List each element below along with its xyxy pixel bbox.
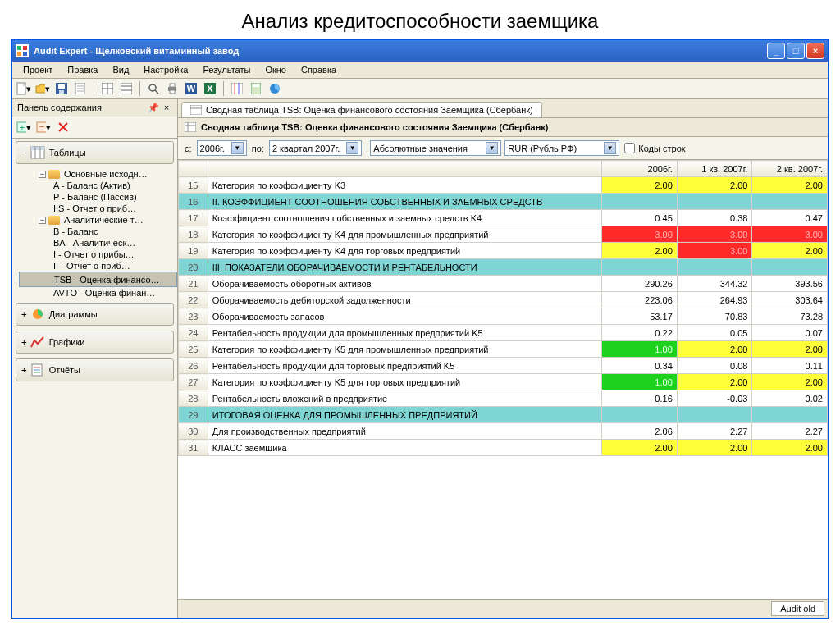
sidebar-header: Панель содержания 📌 × [12, 99, 177, 116]
section-diagrams-label: Диаграммы [49, 309, 98, 319]
table-row[interactable]: 15Категория по коэффициенту K32.002.002.… [179, 177, 828, 194]
app-icon [16, 44, 29, 57]
page-heading: Анализ кредитоспособности заемщика [0, 0, 840, 39]
svg-rect-1 [17, 46, 21, 50]
tree: −Основные исходн… A - Баланс (Актив) P -… [12, 167, 177, 300]
to-select[interactable]: 2 квартал 2007г.▼ [269, 140, 362, 156]
sidebar-title: Панель содержания [17, 103, 102, 112]
menu-settings[interactable]: Настройка [136, 63, 195, 76]
abs-select[interactable]: Абсолютные значения▼ [370, 140, 501, 156]
col-header[interactable]: 2 кв. 2007г. [752, 161, 828, 177]
table-row[interactable]: 19Категория по коэффициенту K4 для торго… [179, 243, 828, 259]
menu-project[interactable]: Проект [16, 63, 60, 76]
page-icon[interactable] [72, 80, 89, 97]
table-row[interactable]: 20III. ПОКАЗАТЕЛИ ОБОРАЧИВАЕМОСТИ И РЕНТ… [179, 259, 828, 276]
table-row[interactable]: 21Оборачиваемость оборотных активов290.2… [179, 276, 828, 292]
status-text: Audit old [771, 601, 824, 616]
close-button[interactable]: × [806, 43, 824, 59]
menu-help[interactable]: Справка [294, 63, 344, 76]
table-row[interactable]: 16II. КОЭФФИЦИЕНТ СООТНОШЕНИЯ СОБСТВЕННЫ… [179, 194, 828, 210]
svg-rect-51 [185, 122, 196, 132]
table-row[interactable]: 28Рентабельность вложений в предприятие0… [179, 390, 828, 407]
grid-icon[interactable] [229, 80, 245, 97]
tree-group-1[interactable]: −Основные исходн… [19, 168, 177, 180]
table-row[interactable]: 31КЛАСС заемщика2.002.002.00 [179, 440, 828, 456]
tree-item[interactable]: P - Баланс (Пассив) [19, 191, 177, 203]
svg-text:−: − [39, 121, 44, 131]
tree-item[interactable]: II - Отчет о приб… [19, 260, 177, 272]
table-row[interactable]: 18Категория по коэффициенту K4 для промы… [179, 226, 828, 243]
tree-item[interactable]: A - Баланс (Актив) [19, 180, 177, 191]
svg-text:X: X [207, 84, 213, 94]
table-row[interactable]: 24Рентабельность продукции для промышлен… [179, 325, 828, 341]
tree-item[interactable]: BA - Аналитическ… [19, 237, 177, 249]
tree-item[interactable]: B - Баланс [19, 226, 177, 237]
app-window: Audit Expert - Щелковский витаминный зав… [11, 39, 829, 619]
table-row[interactable]: 23Оборачиваемость запасов53.1770.8373.28 [179, 308, 828, 325]
to-label: по: [252, 144, 264, 153]
menu-window[interactable]: Окно [258, 63, 294, 76]
col-header[interactable]: 1 кв. 2007г. [677, 161, 752, 177]
menu-view[interactable]: Вид [105, 63, 136, 76]
from-select[interactable]: 2006г.▼ [197, 140, 247, 156]
section-graphs-label: Графики [49, 337, 85, 347]
svg-rect-8 [59, 90, 64, 94]
currency-select[interactable]: RUR (Рубль РФ)▼ [504, 140, 619, 156]
word-icon[interactable]: W [183, 80, 199, 97]
tree-item[interactable]: AVTO - Оценка финан… [19, 287, 177, 299]
svg-rect-49 [190, 105, 202, 115]
pin-icon[interactable]: 📌 [148, 102, 159, 113]
table-row[interactable]: 26Рентабельность продукции для торговых … [179, 358, 828, 374]
section-graphs[interactable]: + Графики [16, 331, 174, 354]
toolbar: ▾ ▾ W X [12, 79, 828, 99]
svg-line-20 [155, 90, 158, 94]
section-reports-label: Отчёты [49, 365, 80, 375]
svg-rect-28 [231, 83, 243, 94]
from-label: с: [185, 144, 192, 153]
table-row[interactable]: 27Категория по коэффициенту K5 для торго… [179, 374, 828, 390]
menu-results[interactable]: Результаты [195, 63, 258, 76]
open-icon[interactable]: ▾ [34, 80, 51, 97]
table-row[interactable]: 25Категория по коэффициенту K5 для промы… [179, 341, 828, 358]
table-row[interactable]: 17Коэффициент соотношения собственных и … [179, 210, 828, 226]
section-tables[interactable]: − Таблицы [16, 141, 174, 164]
panel-close-icon[interactable]: × [161, 102, 172, 113]
minimize-button[interactable]: _ [767, 43, 785, 59]
svg-point-19 [149, 84, 156, 91]
print-icon[interactable] [164, 80, 180, 97]
table-row[interactable]: 22Оборачиваемость дебиторской задолженно… [179, 292, 828, 308]
tree-item-selected[interactable]: TSB - Оценка финансо… [19, 272, 177, 287]
table-row[interactable]: 30Для производственных предприятий2.062.… [179, 423, 828, 440]
data-grid[interactable]: 2006г. 1 кв. 2007г. 2 кв. 2007г. 15Катег… [178, 160, 828, 599]
svg-text:+: + [20, 122, 25, 132]
table2-icon[interactable] [118, 80, 135, 97]
save-icon[interactable] [53, 80, 70, 97]
calc-icon[interactable] [248, 80, 264, 97]
doc-title-bar: Сводная таблица TSB: Оценка финансового … [178, 118, 828, 137]
tab-active[interactable]: Сводная таблица TSB: Оценка финансового … [181, 102, 542, 117]
section-reports[interactable]: + Отчёты [16, 358, 174, 381]
excel-icon[interactable]: X [202, 80, 218, 97]
menubar: Проект Правка Вид Настройка Результаты О… [12, 62, 828, 79]
col-header[interactable]: 2006г. [602, 161, 678, 177]
tab-strip: Сводная таблица TSB: Оценка финансового … [178, 99, 828, 118]
tree-group-2[interactable]: −Аналитические т… [19, 214, 177, 226]
svg-rect-16 [121, 83, 132, 94]
sidebar: Панель содержания 📌 × +▾ −▾ − Таблицы −О… [12, 99, 178, 618]
new-doc-icon[interactable]: ▾ [16, 80, 32, 97]
section-diagrams[interactable]: + Диаграммы [16, 303, 174, 326]
content-area: Сводная таблица TSB: Оценка финансового … [178, 99, 828, 618]
chart-icon[interactable] [267, 80, 283, 97]
add-icon[interactable]: +▾ [16, 119, 32, 135]
delete-icon[interactable] [55, 119, 71, 135]
table-row[interactable]: 29ИТОГОВАЯ ОЦЕНКА ДЛЯ ПРОМЫШЛЕННЫХ ПРЕДП… [179, 407, 828, 423]
doc-title: Сводная таблица TSB: Оценка финансового … [201, 122, 548, 132]
menu-edit[interactable]: Правка [60, 63, 105, 76]
search-icon[interactable] [145, 80, 162, 97]
tree-item[interactable]: I - Отчет о прибы… [19, 249, 177, 260]
table1-icon[interactable] [99, 80, 116, 97]
remove-icon[interactable]: −▾ [35, 119, 52, 135]
codes-checkbox[interactable]: Коды строк [624, 143, 685, 153]
maximize-button[interactable]: □ [787, 43, 805, 59]
tree-item[interactable]: IIS - Отчет о приб… [19, 203, 177, 214]
